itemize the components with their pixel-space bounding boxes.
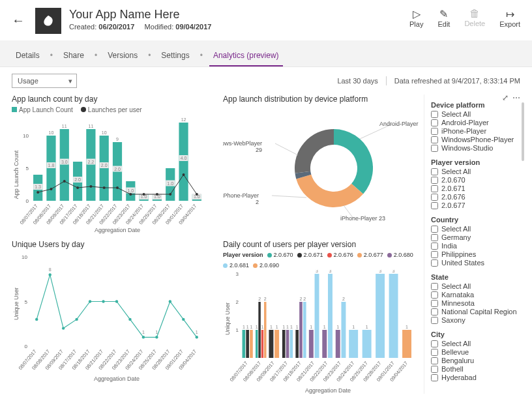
- svg-text:4.0: 4.0: [181, 156, 187, 160]
- back-arrow[interactable]: ←: [12, 13, 25, 28]
- svg-text:1: 1: [155, 330, 158, 334]
- svg-text:1: 1: [142, 330, 145, 334]
- svg-line-78: [275, 143, 298, 155]
- tab-share[interactable]: Share: [59, 46, 88, 66]
- filter-option[interactable]: Select All: [431, 110, 520, 118]
- filter-option[interactable]: 2.0.671: [431, 184, 520, 192]
- filter-option[interactable]: Karnataka: [431, 291, 520, 299]
- filter-option[interactable]: Bellevue: [431, 348, 520, 356]
- leaf-icon: [42, 14, 55, 27]
- filter-option[interactable]: Select All: [431, 225, 520, 233]
- svg-rect-18: [86, 129, 95, 201]
- filter-option[interactable]: Saxony: [431, 316, 520, 324]
- charts-grid: App launch count by day App Launch Count…: [12, 95, 419, 394]
- svg-rect-167: [349, 330, 358, 358]
- svg-rect-135: [261, 330, 263, 358]
- svg-text:1.0: 1.0: [127, 188, 134, 193]
- filter-option[interactable]: Windows-Studio: [431, 144, 520, 152]
- svg-rect-169: [362, 330, 372, 358]
- svg-text:1: 1: [323, 325, 326, 329]
- filter-option[interactable]: National Capital Region: [431, 308, 520, 316]
- svg-text:Unique User: Unique User: [224, 302, 231, 335]
- filter-option[interactable]: iPhone-Player: [431, 127, 520, 135]
- app-icon: [35, 8, 61, 34]
- filter-option[interactable]: WindowsPhone-Player: [431, 136, 520, 143]
- svg-text:1: 1: [286, 325, 289, 329]
- svg-text:29: 29: [256, 147, 262, 153]
- svg-text:12: 12: [181, 117, 186, 122]
- filter-option[interactable]: Bengaluru: [431, 357, 520, 364]
- svg-rect-165: [341, 302, 346, 358]
- chart-distribution-donut: App launch distribution by device platfo…: [223, 95, 419, 233]
- metric-dropdown[interactable]: Usage: [12, 74, 77, 88]
- filter-option[interactable]: 2.0.670: [431, 176, 520, 184]
- filter-group-player_version: Player version: [431, 158, 520, 166]
- svg-text:Aggregation Date: Aggregation Date: [95, 227, 140, 233]
- svg-text:5: 5: [25, 299, 28, 305]
- svg-text:3: 3: [329, 270, 332, 273]
- filter-option[interactable]: Hyderabad: [431, 374, 520, 381]
- analytics-content: App launch count by day App Launch Count…: [0, 95, 532, 397]
- svg-rect-175: [402, 330, 411, 358]
- svg-rect-131: [256, 330, 258, 358]
- svg-point-98: [128, 318, 131, 321]
- scrollbar[interactable]: [522, 102, 524, 161]
- svg-text:10: 10: [102, 130, 107, 135]
- svg-text:1: 1: [296, 325, 299, 329]
- svg-rect-151: [299, 302, 303, 358]
- filter-option[interactable]: Germany: [431, 233, 520, 241]
- modified-date: 09/04/2017: [175, 23, 211, 31]
- svg-text:2.0: 2.0: [101, 163, 108, 168]
- filter-option[interactable]: Select All: [431, 282, 520, 290]
- svg-text:2: 2: [300, 297, 303, 301]
- tab-versions[interactable]: Versions: [104, 46, 141, 66]
- svg-text:3: 3: [236, 271, 239, 277]
- svg-text:9: 9: [116, 137, 119, 141]
- filter-option[interactable]: Minnesota: [431, 299, 520, 307]
- svg-text:1: 1: [352, 325, 355, 329]
- filter-option[interactable]: Select All: [431, 340, 520, 347]
- edit-button[interactable]: ✎Edit: [437, 8, 450, 28]
- svg-rect-153: [303, 302, 306, 358]
- tab-analytics[interactable]: Analytics (preview): [209, 46, 283, 66]
- pencil-icon: ✎: [439, 8, 448, 20]
- filter-option[interactable]: Select All: [431, 168, 520, 175]
- svg-text:Android-Player 31: Android-Player 31: [379, 121, 419, 127]
- filter-option[interactable]: 2.0.676: [431, 193, 520, 201]
- focus-mode-icon[interactable]: ⤢: [502, 93, 509, 102]
- filter-option[interactable]: Android-Player: [431, 119, 520, 126]
- play-button[interactable]: ▷Play: [409, 8, 423, 28]
- date-range[interactable]: Last 30 days: [337, 77, 377, 85]
- filter-option[interactable]: India: [431, 242, 520, 250]
- line-chart-svg: 0510Unique User811108/07/201708/08/20170…: [12, 252, 207, 382]
- svg-text:2: 2: [342, 297, 345, 301]
- svg-point-51: [63, 180, 66, 183]
- svg-rect-161: [328, 274, 332, 358]
- svg-text:2: 2: [303, 297, 306, 301]
- filter-option[interactable]: Bothell: [431, 365, 520, 373]
- svg-point-93: [62, 327, 65, 329]
- chart-unique-users: Unique Users by day 0510Unique User81110…: [12, 240, 207, 394]
- svg-point-58: [156, 193, 158, 196]
- svg-text:2.0: 2.0: [74, 177, 81, 182]
- tab-details[interactable]: Details: [12, 46, 44, 66]
- svg-text:1: 1: [246, 325, 249, 329]
- svg-text:10: 10: [22, 254, 27, 260]
- svg-text:2: 2: [264, 297, 267, 301]
- refresh-timestamp: Data refreshed at 9/4/2017, 8:33:14 PM: [394, 77, 520, 85]
- svg-point-52: [76, 186, 79, 189]
- svg-rect-143: [282, 330, 286, 358]
- filter-option[interactable]: 2.0.677: [431, 201, 520, 209]
- svg-text:Aggregation Date: Aggregation Date: [94, 375, 140, 382]
- svg-text:1: 1: [310, 325, 312, 329]
- export-icon: ↦: [506, 8, 514, 20]
- export-button[interactable]: ↦Export: [499, 8, 520, 28]
- filter-option[interactable]: Philippines: [431, 250, 520, 258]
- more-options-icon[interactable]: ⋯: [512, 93, 520, 102]
- svg-text:1: 1: [256, 325, 258, 329]
- svg-text:11: 11: [62, 124, 67, 128]
- stacked-legend: Player version2.0.6702.0.6712.0.6762.0.6…: [223, 252, 419, 269]
- svg-rect-11: [60, 129, 69, 201]
- tab-settings[interactable]: Settings: [157, 46, 193, 66]
- filter-option[interactable]: United States: [431, 259, 520, 267]
